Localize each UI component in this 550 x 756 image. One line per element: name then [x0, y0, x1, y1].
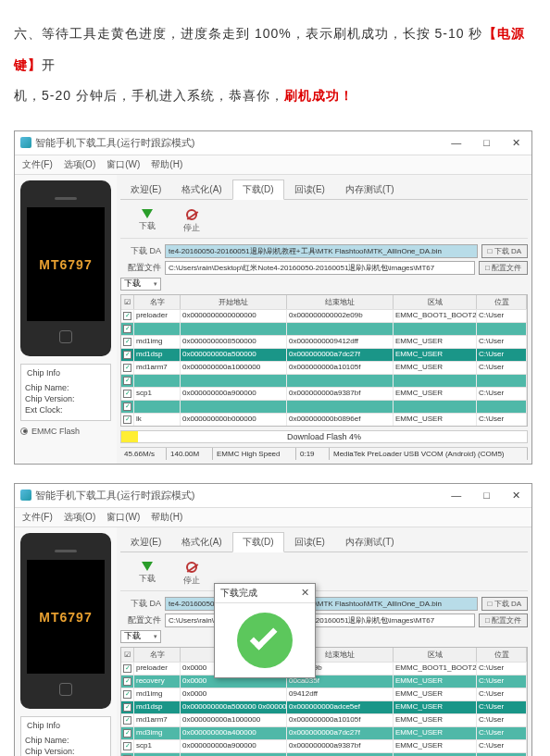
- table-row[interactable]: ✓scp20x000000000aa000000x000000000aa387b…: [121, 752, 527, 756]
- row-checkbox[interactable]: ✓: [123, 703, 131, 712]
- tab-readback[interactable]: 回读(E): [284, 532, 335, 552]
- chip-info-panel: Chip Info Chip Name: Chip Version: Ext C…: [20, 716, 111, 756]
- da-path-input[interactable]: te4-20160050-20160051退刷\刷机教程+工具\MTK Flas…: [165, 244, 478, 258]
- table-row[interactable]: ✓md3img0x000000000a4000000x000000000a7dc…: [121, 726, 527, 739]
- table-row[interactable]: ✓scp10x000000000a9000000x000000000a9387b…: [121, 387, 527, 400]
- row-checkbox[interactable]: ✓: [123, 312, 131, 320]
- tab-memtest[interactable]: 内存测试(T): [335, 532, 405, 552]
- table-row[interactable]: ✓md1arm70x000000000a10000000x000000000a1…: [121, 713, 527, 726]
- stop-button[interactable]: 停止: [183, 209, 200, 234]
- row-checkbox[interactable]: ✓: [123, 742, 131, 750]
- minimize-button[interactable]: —: [445, 488, 467, 503]
- partition-name: lk: [134, 414, 181, 426]
- row-checkbox[interactable]: ✓: [123, 664, 131, 673]
- tab-download[interactable]: 下载(D): [232, 180, 284, 200]
- region: EMMC_USER: [394, 362, 477, 374]
- start-address: 0x000000000b000000: [181, 414, 287, 426]
- header-checkbox[interactable]: ☑: [121, 648, 134, 662]
- tab-welcome[interactable]: 欢迎(E): [120, 180, 171, 200]
- start-address: 0x0000000008500000: [181, 336, 287, 348]
- close-button[interactable]: ✕: [506, 488, 526, 503]
- table-row[interactable]: ✓preloader0x00000000000000000x0000000000…: [121, 309, 527, 322]
- window-title: 智能手机下载工具(运行时跟踪模式): [35, 136, 194, 150]
- tab-format[interactable]: 格式化(A): [171, 180, 231, 200]
- close-button[interactable]: ✕: [506, 135, 526, 151]
- tab-welcome[interactable]: 欢迎(E): [120, 532, 171, 552]
- browse-scatter-button[interactable]: □ 配置文件: [479, 613, 528, 627]
- menu-window[interactable]: 窗口(W): [106, 158, 140, 171]
- partition-name: md1arm7: [134, 362, 181, 374]
- window-titlebar: 智能手机下载工具(运行时跟踪模式) — □ ✕: [15, 484, 531, 508]
- minimize-button[interactable]: —: [445, 135, 467, 151]
- browse-scatter-button[interactable]: □ 配置文件: [479, 261, 528, 275]
- row-checkbox[interactable]: ✓: [123, 729, 131, 737]
- download-mode-select[interactable]: 下载▾: [120, 630, 161, 643]
- screenshot-flashing-complete: 智能手机下载工具(运行时跟踪模式) — □ ✕ 文件(F) 选项(O) 窗口(W…: [14, 483, 532, 756]
- download-mode-select[interactable]: 下载▾: [120, 278, 161, 291]
- table-row[interactable]: ✓md1img0x00000000085000000x0000000009412…: [121, 335, 527, 348]
- menu-options[interactable]: 选项(O): [64, 511, 95, 524]
- dialog-close-button[interactable]: ✕: [301, 587, 309, 599]
- tab-format[interactable]: 格式化(A): [171, 532, 231, 552]
- table-row[interactable]: ✓md1dsp0x000000000a500000 0x000000000a7d…: [121, 700, 527, 713]
- row-checkbox[interactable]: ✓: [123, 351, 131, 359]
- row-checkbox[interactable]: ✓: [123, 390, 131, 398]
- row-checkbox[interactable]: ✓: [123, 415, 131, 424]
- menu-options[interactable]: 选项(O): [64, 158, 95, 171]
- menu-window[interactable]: 窗口(W): [106, 511, 140, 524]
- table-row[interactable]: ✓recovery0x000000ca035fEMMC_USERC:\User: [121, 675, 527, 688]
- tab-download[interactable]: 下载(D): [232, 532, 284, 552]
- menu-help[interactable]: 帮助(H): [151, 158, 182, 171]
- emmc-flash-radio[interactable]: EMMC Flash: [20, 427, 111, 436]
- row-checkbox[interactable]: ✓: [123, 377, 131, 385]
- table-row[interactable]: ✓lk0x000000000b0000000x000000000b0896efE…: [121, 413, 527, 426]
- menu-help[interactable]: 帮助(H): [151, 511, 182, 524]
- location: C:\User: [477, 675, 527, 688]
- region: EMMC_BOOT1_BOOT2: [394, 663, 477, 675]
- row-checkbox[interactable]: ✓: [123, 690, 131, 699]
- region: EMMC_USER: [394, 675, 477, 688]
- table-row[interactable]: ✓scp10x000000000a9000000x000000000a9387b…: [121, 739, 527, 752]
- table-row[interactable]: ✓: [121, 322, 527, 335]
- table-row[interactable]: ✓: [121, 400, 527, 413]
- table-row[interactable]: ✓md1arm70x000000000a10000000x000000000a1…: [121, 361, 527, 374]
- table-row[interactable]: ✓: [121, 374, 527, 387]
- browse-da-button[interactable]: □ 下载 DA: [481, 597, 528, 611]
- download-button[interactable]: 下载: [139, 562, 156, 587]
- scatter-path-input[interactable]: C:\Users\rain\Desktop\红米Note4-20160050-2…: [165, 613, 475, 627]
- success-check-icon: [237, 613, 293, 668]
- partition-name: preloader: [134, 310, 181, 322]
- stop-button[interactable]: 停止: [183, 562, 200, 587]
- start-address: 0x000000000a500000: [181, 349, 287, 361]
- end-address: 0x000000000a7dc27f: [287, 349, 394, 361]
- scatter-path-input[interactable]: C:\Users\rain\Desktop\红米Note4-20160050-2…: [165, 261, 475, 275]
- tab-memtest[interactable]: 内存测试(T): [335, 180, 405, 200]
- end-address: [287, 401, 394, 413]
- maximize-button[interactable]: □: [478, 488, 495, 503]
- row-checkbox[interactable]: ✓: [123, 677, 131, 686]
- table-row[interactable]: ✓preloader0x00000002e09bEMMC_BOOT1_BOOT2…: [121, 662, 527, 675]
- region: EMMC_USER: [394, 414, 477, 426]
- table-row[interactable]: ✓md1img0x000009412dffEMMC_USERC:\User: [121, 688, 527, 700]
- row-checkbox[interactable]: ✓: [123, 325, 131, 333]
- location: C:\User: [477, 714, 527, 726]
- partition-name: preloader: [134, 663, 181, 675]
- menu-file[interactable]: 文件(F): [22, 158, 53, 171]
- location: C:\User: [477, 414, 527, 426]
- end-address: 0x000000000a7dc27f: [287, 727, 394, 739]
- tab-readback[interactable]: 回读(E): [284, 180, 335, 200]
- da-path-input[interactable]: te4-20160050-20160051退刷\刷机教程+工具\MTK Flas…: [165, 597, 478, 611]
- download-button[interactable]: 下载: [139, 209, 156, 234]
- header-checkbox[interactable]: ☑: [121, 295, 134, 309]
- stop-icon: [186, 209, 197, 220]
- row-checkbox[interactable]: ✓: [123, 364, 131, 372]
- maximize-button[interactable]: □: [478, 135, 495, 151]
- start-address: [181, 401, 287, 413]
- row-checkbox[interactable]: ✓: [123, 403, 131, 411]
- partition-name: recovery: [134, 675, 181, 688]
- table-row[interactable]: ✓md1dsp0x000000000a5000000x000000000a7dc…: [121, 348, 527, 361]
- menu-file[interactable]: 文件(F): [22, 511, 53, 524]
- row-checkbox[interactable]: ✓: [123, 338, 131, 346]
- row-checkbox[interactable]: ✓: [123, 716, 131, 725]
- browse-da-button[interactable]: □ 下载 DA: [481, 244, 528, 258]
